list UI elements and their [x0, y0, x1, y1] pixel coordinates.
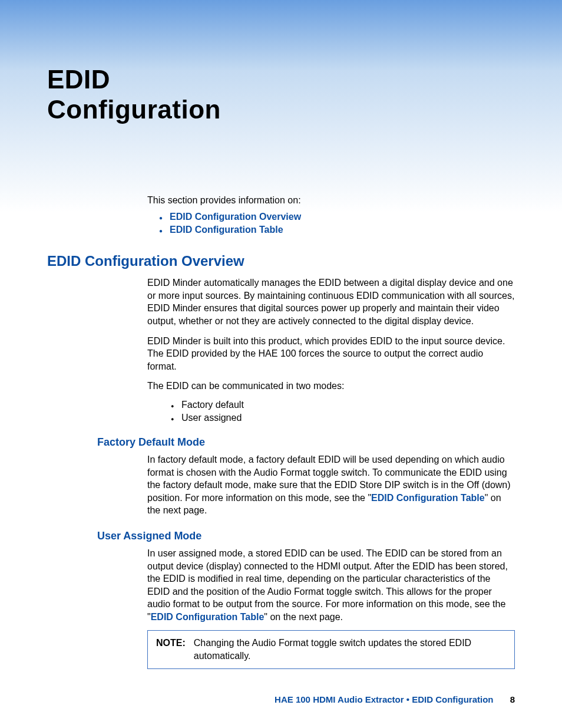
- user-p1: In user assigned mode, a stored EDID can…: [147, 547, 515, 624]
- footer-doc-title: HAE 100 HDMI Audio Extractor • EDID Conf…: [275, 694, 493, 704]
- page-title: EDID Configuration: [47, 65, 515, 124]
- footer-page-number: 8: [510, 694, 515, 704]
- user-p1-post: " on the next page.: [264, 612, 343, 622]
- factory-p1: In factory default mode, a factory defau…: [147, 453, 515, 517]
- modes-list: Factory default User assigned: [171, 400, 515, 423]
- toc-item-overview[interactable]: EDID Configuration Overview: [159, 212, 515, 222]
- mode-factory-default: Factory default: [171, 400, 515, 410]
- note-text: Changing the Audio Format toggle switch …: [194, 637, 506, 662]
- link-edid-config-table[interactable]: EDID Configuration Table: [371, 493, 485, 503]
- link-edid-config-table-2[interactable]: EDID Configuration Table: [151, 612, 265, 622]
- page-footer: HAE 100 HDMI Audio Extractor • EDID Conf…: [47, 694, 515, 704]
- overview-p1: EDID Minder automatically manages the ED…: [147, 276, 515, 327]
- heading-factory-default: Factory Default Mode: [97, 436, 515, 449]
- heading-overview: EDID Configuration Overview: [47, 253, 515, 269]
- user-p1-pre: In user assigned mode, a stored EDID can…: [147, 548, 508, 622]
- heading-user-assigned: User Assigned Mode: [97, 530, 515, 542]
- overview-p3: The EDID can be communicated in two mode…: [147, 380, 515, 393]
- page: EDID Configuration This section provides…: [0, 0, 562, 728]
- note-box: NOTE: Changing the Audio Format toggle s…: [147, 630, 515, 668]
- mode-user-assigned: User assigned: [171, 413, 515, 423]
- intro-block: This section provides information on: ED…: [147, 195, 515, 235]
- intro-lead: This section provides information on:: [147, 195, 515, 206]
- note-label: NOTE:: [156, 637, 186, 662]
- overview-p2: EDID Minder is built into this product, …: [147, 335, 515, 373]
- toc-item-table[interactable]: EDID Configuration Table: [159, 225, 515, 235]
- toc-list: EDID Configuration Overview EDID Configu…: [147, 212, 515, 235]
